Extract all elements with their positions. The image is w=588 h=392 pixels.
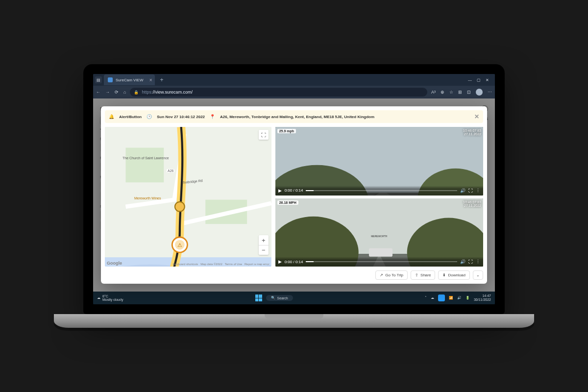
map-road-a26: A26 bbox=[167, 169, 174, 172]
fullscreen-icon[interactable]: ⛶ bbox=[468, 259, 473, 264]
windows-taskbar: ☁ 8°C Mostly cloudy 🔍 Search ˄ ☁ 📶 🔊 🔋 bbox=[93, 292, 495, 304]
laptop-mockup: ▤ SureCam VIEW × + — ▢ ✕ ← → ⟳ ⌂ 🔒 bbox=[83, 64, 505, 328]
location-icon: 📍 bbox=[210, 114, 215, 119]
temperature: 8°C bbox=[102, 294, 123, 298]
mic-indicator[interactable] bbox=[438, 294, 445, 301]
close-window-button[interactable]: ✕ bbox=[486, 78, 489, 82]
sign-overlay: MEREWORTH bbox=[371, 235, 387, 238]
system-clock[interactable]: 14:47 30/11/2022 bbox=[474, 294, 491, 301]
video-controls: ▶ 0:00 / 0:14 🔊 ⛶ ⋮ bbox=[275, 186, 483, 196]
maximize-button[interactable]: ▢ bbox=[477, 78, 481, 82]
screen: ▤ SureCam VIEW × + — ▢ ✕ ← → ⟳ ⌂ 🔒 bbox=[93, 74, 495, 304]
speed-overlay: 25.9 mph bbox=[277, 129, 296, 133]
onedrive-icon[interactable]: ☁ bbox=[431, 296, 434, 300]
map-poi-wines: Mereworth Wines bbox=[134, 196, 161, 200]
favorites-icon[interactable]: ☆ bbox=[449, 90, 453, 95]
address-bar[interactable]: 🔒 https://view.surecam.com/ bbox=[130, 88, 427, 97]
home-button[interactable]: ⌂ bbox=[123, 90, 126, 95]
wifi-icon[interactable]: 📶 bbox=[449, 296, 453, 300]
svg-point-4 bbox=[175, 202, 185, 212]
more-icon[interactable]: ⋮ bbox=[476, 259, 480, 264]
timestamp-overlay: 10:46:07:8327.11.2022 bbox=[463, 200, 481, 207]
laptop-base bbox=[54, 314, 534, 328]
modal-header: 🔔 Alert/Button 🕒 Sun Nov 27 10:46:12 202… bbox=[105, 110, 483, 123]
video-pane: 25.9 mph 10:46:07:8327.11.2022 ▶ 0:00 / … bbox=[275, 127, 483, 267]
video-front[interactable]: 25.9 mph 10:46:07:8327.11.2022 ▶ 0:00 / … bbox=[275, 127, 483, 196]
download-icon: ⬇ bbox=[442, 273, 446, 277]
map-canvas: ⚠ bbox=[105, 127, 271, 267]
speed-overlay: 26.18 MPH bbox=[277, 200, 298, 205]
map-pane[interactable]: ⚠ The Church of Saint Lawrence Mereworth… bbox=[105, 127, 271, 267]
zoom-indicator[interactable]: ⊕ bbox=[441, 90, 444, 95]
more-icon[interactable]: ⋮ bbox=[476, 188, 480, 193]
minimize-button[interactable]: — bbox=[468, 78, 472, 82]
svg-rect-2 bbox=[125, 147, 164, 182]
svg-rect-16 bbox=[369, 248, 392, 256]
timestamp-overlay: 10:46:07:8327.11.2022 bbox=[463, 129, 481, 136]
modal-footer: ↗ Go To Trip ⇪ Share ⬇ Download ⌄ bbox=[105, 267, 483, 280]
goto-trip-button[interactable]: ↗ Go To Trip bbox=[375, 270, 408, 280]
browser-titlebar: ▤ SureCam VIEW × + — ▢ ✕ bbox=[93, 74, 495, 86]
progress-bar[interactable] bbox=[306, 190, 457, 191]
tab-actions-icon[interactable]: ▤ bbox=[95, 76, 102, 83]
download-button[interactable]: ⬇ Download bbox=[438, 270, 470, 280]
chevron-up-icon[interactable]: ˄ bbox=[425, 296, 427, 300]
video-time: 0:00 / 0:14 bbox=[285, 188, 303, 193]
svg-text:⚠: ⚠ bbox=[177, 242, 182, 248]
refresh-button[interactable]: ⟳ bbox=[115, 90, 119, 95]
app-viewport: SURECAM Inbox Search Type November 30, 2… bbox=[93, 98, 495, 292]
extensions-icon[interactable]: ⊡ bbox=[467, 90, 471, 95]
screen-bezel: ▤ SureCam VIEW × + — ▢ ✕ ← → ⟳ ⌂ 🔒 bbox=[83, 64, 505, 314]
map-logo: Google bbox=[107, 261, 122, 266]
conditions: Mostly cloudy bbox=[102, 298, 123, 301]
map-attribution: Google Keyboard shortcuts Map data ©2022… bbox=[107, 261, 270, 266]
weather-widget[interactable]: ☁ 8°C Mostly cloudy bbox=[97, 294, 123, 301]
volume-icon[interactable]: 🔊 bbox=[457, 296, 462, 300]
fullscreen-icon[interactable]: ⛶ bbox=[259, 130, 269, 140]
share-icon: ⇪ bbox=[415, 273, 418, 277]
event-location: A26, Mereworth, Tonbridge and Malling, K… bbox=[220, 115, 374, 119]
play-button[interactable]: ▶ bbox=[278, 188, 282, 193]
alert-type: Alert/Button bbox=[119, 115, 142, 119]
download-options-button[interactable]: ⌄ bbox=[473, 270, 483, 280]
url-text: https://view.surecam.com/ bbox=[142, 90, 193, 95]
map-poi-church: The Church of Saint Lawrence bbox=[122, 156, 169, 160]
start-button[interactable] bbox=[255, 294, 262, 301]
tab-favicon-icon bbox=[108, 77, 113, 82]
map-zoom-control: + − bbox=[259, 235, 269, 255]
fullscreen-icon[interactable]: ⛶ bbox=[468, 188, 473, 193]
search-icon: 🔍 bbox=[271, 296, 275, 300]
profile-avatar[interactable] bbox=[476, 89, 483, 96]
back-button[interactable]: ← bbox=[96, 90, 100, 95]
bell-icon: 🔔 bbox=[109, 114, 114, 119]
volume-icon[interactable]: 🔊 bbox=[460, 259, 466, 264]
modal-close-button[interactable]: ✕ bbox=[474, 113, 479, 120]
forward-button[interactable]: → bbox=[105, 90, 110, 95]
video-rear[interactable]: 26.18 MPH MEREWORTH 10:46:07:8327.11.202… bbox=[275, 198, 483, 267]
tab-title: SureCam VIEW bbox=[116, 78, 143, 82]
volume-icon[interactable]: 🔊 bbox=[460, 188, 466, 193]
zoom-out-button[interactable]: − bbox=[259, 245, 269, 255]
external-link-icon: ↗ bbox=[380, 273, 383, 277]
battery-icon[interactable]: 🔋 bbox=[466, 296, 470, 300]
video-controls: ▶ 0:00 / 0:14 🔊 ⛶ ⋮ bbox=[275, 257, 483, 267]
zoom-in-button[interactable]: + bbox=[259, 235, 269, 245]
browser-tab[interactable]: SureCam VIEW × bbox=[104, 74, 155, 85]
progress-bar[interactable] bbox=[306, 261, 457, 262]
play-button[interactable]: ▶ bbox=[278, 259, 282, 264]
taskbar-search[interactable]: 🔍 Search bbox=[266, 295, 293, 301]
clock-icon: 🕒 bbox=[147, 114, 152, 119]
video-time: 0:00 / 0:14 bbox=[285, 260, 303, 264]
browser-toolbar: ← → ⟳ ⌂ 🔒 https://view.surecam.com/ A³ ⊕… bbox=[93, 86, 495, 98]
event-detail-modal: 🔔 Alert/Button 🕒 Sun Nov 27 10:46:12 202… bbox=[101, 106, 487, 284]
chevron-down-icon: ⌄ bbox=[476, 273, 480, 277]
read-aloud-icon[interactable]: A³ bbox=[431, 90, 436, 95]
event-datetime: Sun Nov 27 10:46:12 2022 bbox=[157, 115, 205, 119]
lock-icon: 🔒 bbox=[134, 90, 139, 95]
share-button[interactable]: ⇪ Share bbox=[411, 270, 435, 280]
close-icon[interactable]: × bbox=[149, 77, 152, 83]
new-tab-button[interactable]: + bbox=[157, 76, 166, 83]
more-icon[interactable]: ⋯ bbox=[488, 90, 492, 95]
collections-icon[interactable]: ⊞ bbox=[458, 90, 462, 95]
weather-icon: ☁ bbox=[97, 296, 100, 300]
